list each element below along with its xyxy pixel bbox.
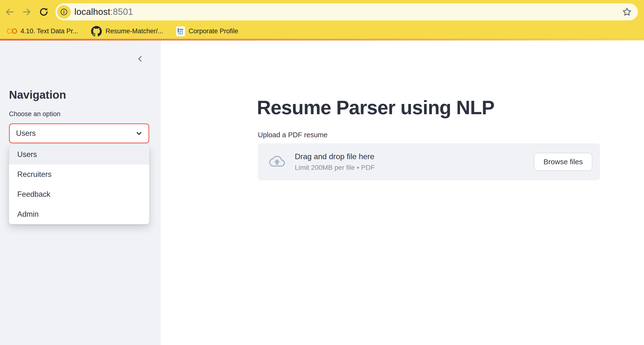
- dropzone-text: Drag and drop file here Limit 200MB per …: [295, 152, 375, 172]
- browser-toolbar: localhost:8501: [0, 0, 644, 24]
- browse-files-button[interactable]: Browse files: [534, 153, 592, 171]
- url-host: localhost: [74, 7, 110, 17]
- dropzone-instructions: Drag and drop file here: [295, 152, 375, 161]
- bookmark-label: Corporate Profile: [188, 28, 238, 35]
- sidebar: Navigation Choose an option Users Users …: [0, 40, 161, 345]
- site-favicon: [176, 26, 185, 36]
- page-title: Resume Parser using NLP: [257, 96, 494, 119]
- site-info-badge[interactable]: [57, 5, 71, 19]
- reload-icon: [39, 7, 49, 17]
- back-button[interactable]: [4, 6, 16, 18]
- cloud-upload-icon: [268, 154, 286, 169]
- file-dropzone[interactable]: Drag and drop file here Limit 200MB per …: [258, 143, 600, 180]
- bookmarks-bar: CO 4.10. Text Data Pr... Resume-Matcher/…: [0, 24, 644, 39]
- bookmark-star-button[interactable]: [622, 7, 632, 17]
- select-label: Choose an option: [9, 110, 60, 118]
- url-text[interactable]: localhost:8501: [74, 7, 133, 17]
- navigation-select[interactable]: Users: [9, 124, 149, 143]
- github-icon: [91, 26, 102, 37]
- sidebar-collapse-button[interactable]: [134, 53, 146, 64]
- url-port: :8501: [110, 7, 133, 17]
- chevron-down-icon: [135, 129, 143, 138]
- streamlit-decoration-bar: [0, 39, 644, 40]
- navigation-dropdown: Users Recruiters Feedback Admin: [9, 144, 149, 224]
- sidebar-title: Navigation: [9, 88, 66, 101]
- dropdown-option-recruiters[interactable]: Recruiters: [9, 164, 149, 184]
- dropdown-option-admin[interactable]: Admin: [9, 204, 149, 224]
- bookmark-label: 4.10. Text Data Pr...: [21, 28, 78, 35]
- dropdown-option-feedback[interactable]: Feedback: [9, 184, 149, 204]
- forward-button[interactable]: [20, 6, 33, 18]
- dropdown-option-users[interactable]: Users: [9, 144, 149, 164]
- upload-label: Upload a PDF resume: [258, 131, 328, 139]
- colab-icon: CO: [6, 28, 17, 35]
- bookmark-label: Resume-Matcher/...: [106, 28, 163, 35]
- bookmark-corporate-profile[interactable]: Corporate Profile: [176, 26, 238, 36]
- bookmark-colab[interactable]: CO 4.10. Text Data Pr...: [6, 28, 78, 35]
- info-icon: [60, 8, 68, 16]
- main-content: Resume Parser using NLP Upload a PDF res…: [161, 40, 644, 345]
- chevron-left-icon: [135, 54, 145, 64]
- bookmark-resume-matcher[interactable]: Resume-Matcher/...: [91, 26, 163, 37]
- select-value: Users: [16, 129, 36, 138]
- back-arrow-icon: [5, 7, 14, 17]
- address-bar[interactable]: localhost:8501: [56, 4, 638, 20]
- reload-button[interactable]: [38, 6, 50, 18]
- dropzone-limit: Limit 200MB per file • PDF: [295, 164, 375, 172]
- streamlit-app: Navigation Choose an option Users Users …: [0, 40, 644, 345]
- star-icon: [622, 7, 632, 17]
- forward-arrow-icon: [22, 7, 32, 17]
